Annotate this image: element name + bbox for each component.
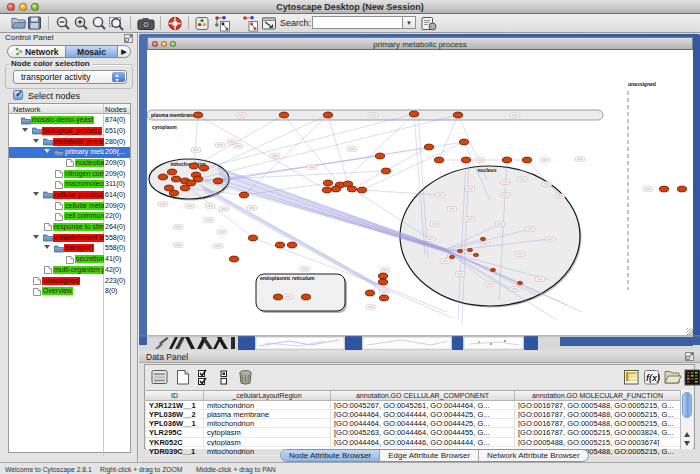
graph-edge	[194, 115, 198, 166]
tree-row-unassigned[interactable]: unassigned223(0)	[9, 275, 130, 286]
window-zoom-button[interactable]	[31, 3, 39, 11]
table-scrollbar-thumb[interactable]	[682, 392, 692, 418]
table-row[interactable]: YJR121W__1mitochondrion[GO:0045267, GO:0…	[146, 401, 681, 410]
tree-row-count: 209(...	[105, 148, 125, 156]
select-nodes-checkbox[interactable]: ✓	[13, 90, 23, 100]
table-column-header[interactable]: ID	[146, 391, 204, 400]
table-column-header[interactable]: annotation.GO CELLULAR_COMPONENT	[331, 391, 515, 400]
select-attributes-icon[interactable]	[197, 369, 215, 386]
expander-icon[interactable]	[44, 149, 50, 153]
search-input[interactable]	[312, 16, 402, 29]
tree-row-mosaic-demo-yeast[interactable]: mosaic-demo-yeast874(0)	[9, 115, 130, 126]
network-window-titlebar[interactable]: primary metabolic process	[147, 37, 693, 50]
node-color-select[interactable]: transporter activity	[13, 70, 127, 84]
window-close-button[interactable]	[7, 3, 15, 11]
table-row[interactable]: YPL036W__1mitochondrion[GO:0044464, GO:0…	[146, 419, 681, 428]
zoom-out-icon[interactable]	[55, 15, 71, 32]
search-dropdown-button[interactable]: ▼	[402, 16, 416, 29]
unselect-attributes-icon[interactable]	[219, 369, 231, 386]
tab-node-attribute-browser[interactable]: Node Attribute Browser	[281, 450, 380, 461]
zoom-fit-icon[interactable]	[108, 15, 125, 32]
expander-icon[interactable]	[22, 128, 28, 132]
graph-node-small	[473, 253, 478, 256]
tree-row-secretion[interactable]: secretion41(0)	[9, 254, 130, 265]
search-options-icon[interactable]	[420, 15, 438, 32]
table-scrollbar[interactable]	[680, 390, 693, 449]
open-icon[interactable]	[10, 15, 27, 32]
new-attribute-icon[interactable]	[175, 369, 191, 386]
tab-network-attribute-browser[interactable]: Network Attribute Browser	[479, 450, 587, 461]
table-column-header[interactable]: annotation.GO MOLECULAR_FUNCTION	[515, 391, 681, 400]
resize-grip-icon[interactable]	[686, 328, 693, 335]
check-icon: ✓	[15, 88, 23, 99]
tree-row-cellular-process[interactable]: cellular process614(0)	[9, 190, 130, 201]
table-row[interactable]: YPL036W__2plasma membrane[GO:0044464, GO…	[146, 410, 681, 419]
tab-mosaic[interactable]: Mosaic	[66, 46, 118, 57]
tree-row-cell-communicat[interactable]: cell communicat22(0)	[9, 211, 130, 222]
vizmapper-icon[interactable]	[195, 15, 209, 32]
new-network-icon[interactable]	[214, 15, 231, 32]
network-from-selection-icon[interactable]	[242, 15, 259, 32]
tree-row-count: 22(0)	[105, 212, 121, 220]
tree-row-transport[interactable]: transport558(0)	[9, 243, 130, 254]
attribute-editor-icon[interactable]	[151, 369, 169, 386]
table-row[interactable]: YLR295Ccytoplasm[GO:0045263, GO:0044464,…	[146, 428, 681, 437]
network-window-zoom-button[interactable]	[170, 41, 176, 47]
tree-row-nucleobase-[interactable]: nucleobase-209(0)	[9, 158, 130, 169]
tree-row-count: 42(0)	[105, 266, 121, 274]
network-window-close-button[interactable]	[152, 41, 158, 47]
window-titlebar: Cytoscape Desktop (New Session)	[0, 0, 700, 14]
table-cell: YKR052C	[146, 438, 204, 446]
tree-row-response-to-stimul[interactable]: response to stimul264(0)	[9, 222, 130, 233]
network-window-minimize-button[interactable]	[161, 41, 167, 47]
help-ring-icon[interactable]	[167, 15, 183, 32]
tree-row-label: biological_process	[42, 127, 102, 135]
table-column-header[interactable]: _cellularLayoutRegion	[204, 391, 331, 400]
expander-icon[interactable]	[33, 235, 39, 239]
tree-row-overview[interactable]: Overview8(0)	[9, 286, 130, 297]
expander-icon[interactable]	[33, 139, 39, 143]
tree-row-macromolecule[interactable]: macromolecule311(0)	[9, 179, 130, 190]
tab-overflow-arrow[interactable]: ▶	[118, 46, 130, 57]
zoom-selected-icon[interactable]	[91, 15, 107, 32]
document-icon	[65, 256, 75, 264]
tab-network[interactable]: Network	[8, 46, 66, 57]
tree-row-biological-process[interactable]: biological_process651(0)	[9, 126, 130, 137]
attribute-matrix-icon[interactable]	[684, 369, 700, 386]
tree-column-network[interactable]: Network	[13, 105, 41, 114]
tree-row-cellular-metabo[interactable]: cellular metabo209(0)	[9, 201, 130, 212]
save-icon[interactable]	[27, 15, 42, 32]
window-minimize-button[interactable]	[19, 3, 27, 11]
zoom-in-icon[interactable]	[73, 15, 89, 32]
tree-column-nodes[interactable]: Nodes	[105, 105, 127, 114]
tree-row-label: response to stimul	[53, 223, 104, 231]
expander-icon[interactable]	[44, 245, 50, 249]
graph-node	[502, 157, 511, 163]
status-bar: Welcome to Cytoscape 2.8.1 Right-click +…	[0, 462, 700, 474]
function-builder-icon[interactable]: f(x)	[643, 369, 660, 386]
tree-row-nitrogen-compo[interactable]: nitrogen compo209(0)	[9, 168, 130, 179]
data-panel-float-icon[interactable]	[685, 352, 694, 361]
folder-icon	[43, 138, 53, 146]
graph-node-small	[517, 281, 522, 284]
import-attributes-icon[interactable]	[663, 369, 682, 386]
delete-attribute-icon[interactable]	[237, 369, 254, 386]
table-row[interactable]: YKR052Ccytoplasm[GO:0044464, GO:0044446,…	[146, 438, 681, 447]
tree-row-establishment-of-lo[interactable]: establishment of lo558(0)	[9, 233, 130, 244]
attribute-list-icon[interactable]	[623, 369, 640, 386]
snapshot-icon[interactable]	[137, 15, 155, 32]
graph-node	[378, 273, 387, 279]
tab-edge-attribute-browser[interactable]: Edge Attribute Browser	[380, 450, 479, 461]
control-panel-float-icon[interactable]	[124, 34, 133, 43]
scroll-down-icon[interactable]	[684, 441, 690, 446]
graph-node	[347, 186, 356, 192]
compartment-label: endoplasmic reticulum	[260, 275, 315, 281]
tree-row-label: establishment of lo	[53, 234, 104, 242]
annotation-icon[interactable]	[261, 15, 277, 32]
tree-row-metabolic-process[interactable]: metabolic process280(0)	[9, 136, 130, 147]
network-canvas[interactable]: plasma membranecytoplasmmitochondrionnuc…	[147, 50, 693, 335]
tree-row-multi-organism-pro[interactable]: multi-organism pro42(0)	[9, 265, 130, 276]
scroll-up-icon[interactable]	[684, 432, 690, 437]
expander-icon[interactable]	[33, 192, 39, 196]
tree-row-primary-metabo[interactable]: primary metabo209(...	[9, 147, 130, 158]
